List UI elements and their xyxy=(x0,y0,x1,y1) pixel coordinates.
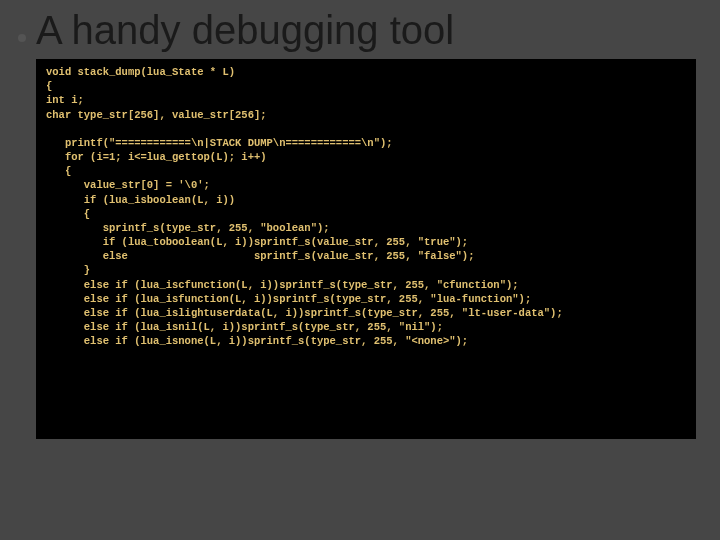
code-block: void stack_dump(lua_State * L) { int i; … xyxy=(36,59,696,439)
bullet-icon xyxy=(18,34,26,42)
slide-title: A handy debugging tool xyxy=(36,8,696,53)
slide: A handy debugging tool void stack_dump(l… xyxy=(0,0,720,540)
